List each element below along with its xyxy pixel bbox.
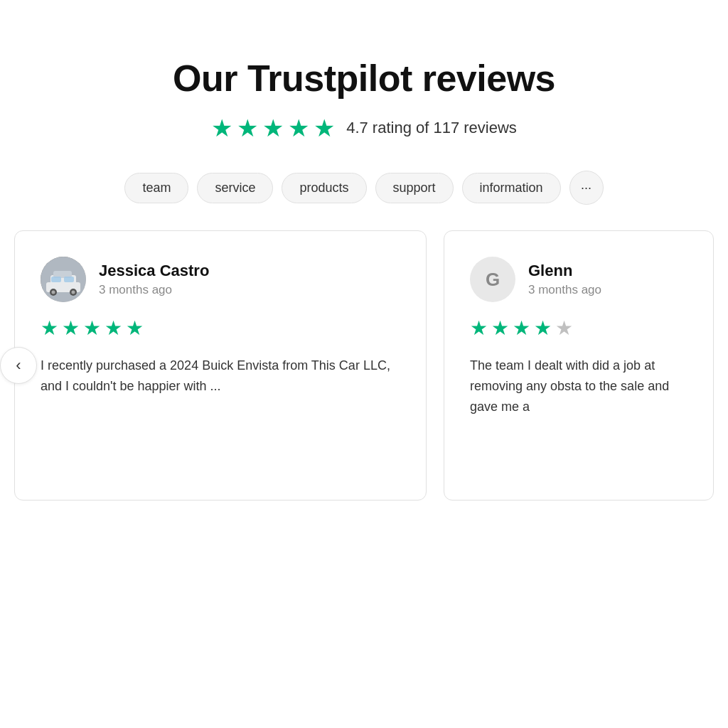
review-star-g2: ★ [491,316,509,340]
review-stars-glenn: ★ ★ ★ ★ ★ [470,316,687,340]
rating-star-2: ★ [237,114,258,142]
review-star-j4: ★ [105,316,122,340]
rating-label: 4.7 rating of 117 reviews [346,119,517,137]
filter-tab-more[interactable]: ··· [569,171,604,205]
avatar-jessica [41,257,86,302]
review-text-jessica: I recently purchased a 2024 Buick Envist… [41,355,400,397]
svg-point-5 [52,291,55,294]
page-title: Our Trustpilot reviews [173,57,555,100]
filter-tabs: team service products support informatio… [14,171,714,205]
filter-tab-support[interactable]: support [375,173,454,203]
rating-star-5: ★ [314,114,335,142]
review-star-j3: ★ [83,316,101,340]
svg-point-7 [72,291,75,294]
reviewer-info-glenn: Glenn 3 months ago [528,262,601,297]
more-icon: ··· [581,181,592,196]
chevron-left-icon: ‹ [16,356,21,375]
page-container: Our Trustpilot reviews ★ ★ ★ ★ ★ 4.7 rat… [14,57,714,500]
reviewer-header-glenn: G Glenn 3 months ago [470,257,687,302]
review-star-g4: ★ [534,316,552,340]
reviewer-info-jessica: Jessica Castro 3 months ago [99,262,209,297]
review-card-glenn: G Glenn 3 months ago ★ ★ ★ ★ ★ The team … [444,230,714,500]
svg-rect-8 [51,277,61,282]
review-time-glenn: 3 months ago [528,283,601,297]
reviewer-header-jessica: Jessica Castro 3 months ago [41,257,400,302]
review-star-j5: ★ [126,316,144,340]
rating-star-1: ★ [211,114,232,142]
review-star-g5: ★ [555,316,573,340]
reviewer-name-glenn: Glenn [528,262,601,280]
reviews-container: ‹ [14,230,714,500]
review-star-j2: ★ [62,316,80,340]
avatar-glenn: G [470,257,515,302]
review-star-g3: ★ [513,316,530,340]
review-stars-jessica: ★ ★ ★ ★ ★ [41,316,400,340]
rating-stars: ★ ★ ★ ★ ★ [211,114,335,142]
filter-tab-service[interactable]: service [197,173,273,203]
review-star-j1: ★ [41,316,58,340]
reviewer-name-jessica: Jessica Castro [99,262,209,280]
svg-rect-9 [64,277,74,282]
filter-tab-products[interactable]: products [282,173,366,203]
rating-star-3: ★ [262,114,284,142]
review-star-g1: ★ [470,316,488,340]
rating-row: ★ ★ ★ ★ ★ 4.7 rating of 117 reviews [211,114,517,142]
review-text-glenn: The team I dealt with did a job at remov… [470,355,687,417]
review-card-jessica: Jessica Castro 3 months ago ★ ★ ★ ★ ★ I … [14,230,427,500]
rating-star-4: ★ [288,114,309,142]
filter-tab-team[interactable]: team [124,173,188,203]
prev-button[interactable]: ‹ [0,347,37,384]
filter-tab-information[interactable]: information [462,173,561,203]
review-time-jessica: 3 months ago [99,283,209,297]
